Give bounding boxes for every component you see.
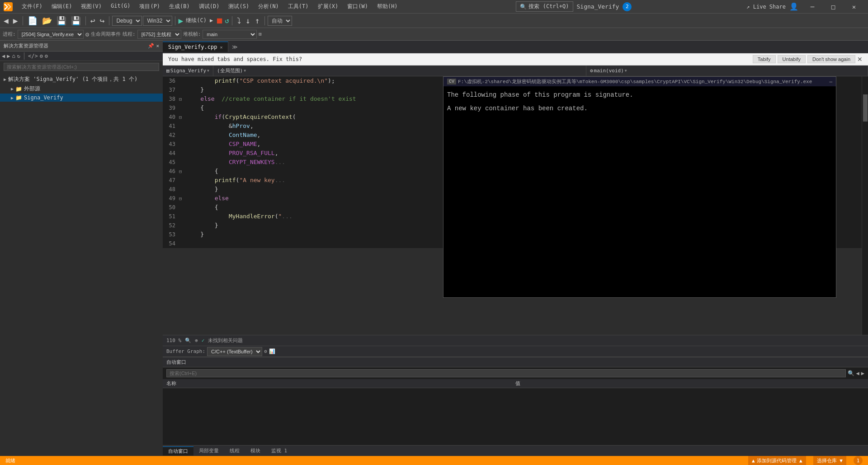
tab-watch-1[interactable]: 监视 1 [266,446,292,455]
project-item[interactable]: ▶ 📁 Signa_Verify [0,94,163,102]
minimize-button[interactable]: ─ [802,0,823,14]
thread-select[interactable]: [6752] 主线程 [137,30,181,39]
pin-icon[interactable]: 📌 [148,43,154,49]
buffer-graph-icon[interactable]: 📊 [269,348,275,354]
new-file-button[interactable]: 📄 [26,15,39,26]
collapse-icon-49[interactable]: ⊟ [179,196,182,201]
notification-close-button[interactable]: ✕ [857,55,863,63]
undo-button[interactable]: ↩ [89,15,97,26]
tab-close-icon[interactable]: ✕ [220,45,222,50]
solution-item[interactable]: ▶ 解决方案 'Signa_Verify' (1 个项目，共 1 个) [0,75,163,84]
lifecycle-icon[interactable]: ⚙ [85,31,89,38]
console-close-icon[interactable]: — [829,79,832,85]
close-button[interactable]: ✕ [844,0,864,14]
live-share-btn[interactable]: ↗ Live Share [746,4,786,10]
forward-button[interactable]: ▶ [11,15,20,26]
redo-button[interactable]: ↪ [98,15,107,26]
continue-button[interactable]: ▶ [178,16,183,25]
debug-config-select[interactable]: Debug [112,16,142,26]
collapse-icon-40[interactable]: ⊟ [179,115,182,120]
tb-filter-icon[interactable]: ⚙ [40,53,43,59]
menu-window[interactable]: 窗口(W) [344,2,372,11]
external-label: 外部源 [24,85,40,93]
restart-button[interactable]: ↺ [225,16,229,25]
tb-forward-icon[interactable]: ▶ [7,53,10,59]
save-button[interactable]: 💾 [55,15,68,26]
buffer-settings-icon[interactable]: ⚙ [264,348,267,354]
maximize-button[interactable]: □ [823,0,844,14]
tab-sign-verify[interactable]: Sign_Verify.cpp ✕ [163,42,228,52]
select-repo-label: 选择仓库 ▼ [817,457,843,464]
menu-test[interactable]: 测试(S) [225,2,253,11]
solution-expand-icon: ▶ [4,77,6,82]
select-repo-button[interactable]: 选择仓库 ▼ [813,456,846,465]
add-to-source-control-button[interactable]: ▲ 添加到源代码管理 ▲ [748,456,806,465]
buffer-type-select[interactable]: C/C++ (TextBuffer) [207,347,262,356]
sidebar-search[interactable] [0,61,163,73]
step-into-button[interactable]: ↓ [244,15,252,26]
tabify-button[interactable]: Tabify [753,55,776,63]
auto-search-back-icon[interactable]: ◀ [856,370,859,376]
scope3-dropdown[interactable]: ⚙ main(void) ▼ [586,66,868,76]
stack-expand-icon[interactable]: ⊞ [259,31,262,37]
solution-explorer: 解决方案资源管理器 📌 ✕ ◀ ▶ ⌂ ↻ </> ⚙ ⚙ ▶ 解决方案 'Si… [0,41,163,456]
menu-build[interactable]: 生成(B) [165,2,193,11]
step-over-button[interactable]: ⤵ [235,15,243,26]
menu-project[interactable]: 项目(P) [136,2,164,11]
collapse-icon-46[interactable]: ⊟ [179,169,182,174]
tb-home-icon[interactable]: ⌂ [12,53,15,59]
stop-button[interactable]: ⏹ [216,16,224,25]
console-titlebar: CV F:\虚拟机-2\shared\龙脉密码钥匙驱动实例工具等\mToken-… [443,77,836,86]
no-issues-label: 未找到相关问题 [208,337,243,344]
tab-local-vars[interactable]: 局部变量 [193,446,224,455]
tb-settings-icon[interactable]: ⚙ [45,53,48,59]
scope1-dropdown[interactable]: ▤ Signa_Verify ▼ [163,66,213,76]
sidebar-search-input[interactable] [4,63,159,71]
titlebar: 文件(F) 编辑(E) 视图(V) Git(G) 项目(P) 生成(B) 调试(… [0,0,868,14]
menu-git[interactable]: Git(G) [107,2,134,11]
zoom-expand-icon[interactable]: ⊕ [195,338,198,343]
auto-select[interactable]: 自动 [268,16,292,26]
open-button[interactable]: 📂 [40,15,54,26]
menu-extensions[interactable]: 扩展(X) [314,2,342,11]
external-sources-item[interactable]: ▶ 📁 外部源 [0,84,163,94]
menu-analyze[interactable]: 分析(N) [255,2,283,11]
save-all-button[interactable]: 💾 [69,15,83,26]
tab-modules[interactable]: 模块 [245,446,266,455]
menu-view[interactable]: 视图(V) [77,2,105,11]
process-select[interactable]: [2504] Signa_Verify.exe [18,30,84,39]
tb-code-icon[interactable]: </> [28,53,38,59]
collapse-icon-38[interactable]: ⊟ [179,97,182,102]
tab-auto-window[interactable]: 自动窗口 [163,446,193,456]
scope3-label: main(void) [594,68,624,74]
toolbar-separator-3 [109,16,109,25]
code-editor[interactable]: 36 printf("CSP context acquired.\n"); 37… [163,76,868,335]
global-search[interactable]: 🔍 搜索 (Ctrl+Q) [516,1,573,12]
platform-select[interactable]: Win32 [143,16,172,26]
toolbar-separator-4 [175,16,175,25]
search-icon: 🔍 [520,4,527,10]
auto-search-input[interactable] [166,369,846,377]
tb-sync-icon[interactable]: ↻ [17,53,20,59]
dont-show-again-button[interactable]: Don't show again [807,55,855,63]
untabify-button[interactable]: Untabify [778,55,806,63]
step-out-button[interactable]: ↑ [253,15,262,26]
menu-tools[interactable]: 工具(T) [284,2,312,11]
continue-label[interactable]: 继续(C) ▶ [184,16,215,25]
sidebar-close-icon[interactable]: ✕ [156,43,159,49]
menu-edit[interactable]: 编辑(E) [48,2,76,11]
menu-file[interactable]: 文件(F) [18,2,46,11]
zoom-level: 110 % [166,338,181,343]
auto-search-fwd-icon[interactable]: ▶ [861,370,864,376]
scope2-dropdown[interactable]: (全局范围) ▼ [213,66,586,76]
menu-help[interactable]: 帮助(H) [373,2,401,11]
scrollbar-thumb[interactable] [863,94,868,122]
back-button[interactable]: ◀ [2,15,10,26]
account-icon[interactable]: 👤 [789,2,798,11]
stack-select[interactable]: main [203,30,257,39]
zoom-in-icon[interactable]: 🔍 [185,338,191,343]
tab-threads[interactable]: 线程 [224,446,245,455]
tab-expand-icon[interactable]: ≫ [228,42,241,52]
tb-back-icon[interactable]: ◀ [2,53,5,59]
menu-debug[interactable]: 调试(D) [195,2,223,11]
